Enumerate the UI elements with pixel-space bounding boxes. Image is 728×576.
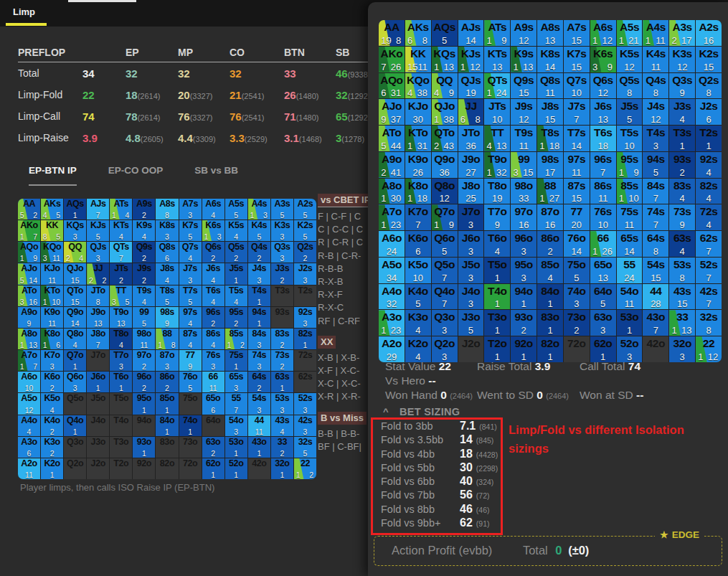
hand-cell-AJs[interactable]: AJs7: [87, 199, 109, 219]
hand-cell-76o[interactable]: 76o5: [179, 372, 202, 392]
hand-cell-KTo[interactable]: KTo110: [41, 285, 63, 306]
hand-cell-J3s[interactable]: J3s4: [669, 99, 695, 125]
hand-cell-J4o[interactable]: J4o3: [458, 284, 484, 310]
action-line-item[interactable]: B-B | B-B-: [318, 428, 368, 440]
range-tab-sb-vs-bb[interactable]: SB vs BB: [194, 165, 238, 184]
hand-cell-65o[interactable]: 65o6: [202, 393, 224, 414]
hand-cell-Q6o[interactable]: Q6o5: [432, 231, 458, 257]
hand-cell-54o[interactable]: 54o11: [617, 284, 643, 310]
hand-cell-J2o[interactable]: J2o: [87, 458, 109, 479]
hand-cell-66[interactable]: 66126: [590, 231, 616, 257]
hand-cell-82s[interactable]: 82s4: [696, 179, 722, 204]
hand-cell-98s[interactable]: 98s17: [537, 152, 563, 178]
stat-cell[interactable]: 76(2541): [230, 110, 284, 123]
hand-cell-85o[interactable]: 85o4: [537, 258, 563, 283]
range-tab-ep-btn-ip[interactable]: EP-BTN IP: [29, 165, 77, 186]
hand-cell-J6s[interactable]: J6s13: [590, 99, 616, 125]
hand-cell-75o[interactable]: 75o5: [564, 258, 590, 283]
hand-cell-K2s[interactable]: K2s5: [294, 220, 316, 241]
hand-cell-KTo[interactable]: KTo131: [405, 126, 431, 151]
hand-cell-Q4s[interactable]: Q4s2: [248, 242, 270, 263]
hand-cell-A4o[interactable]: A4o32: [379, 284, 405, 310]
hand-cell-84o[interactable]: 84o1: [537, 284, 563, 310]
action-group-xx[interactable]: XX: [318, 336, 336, 349]
hand-cell-A6o[interactable]: A6o24: [379, 231, 405, 257]
hand-cell-A4s[interactable]: A4s111: [643, 20, 668, 46]
hand-cell-J6s[interactable]: J6s4: [202, 263, 224, 284]
hand-cell-QTo[interactable]: QTo15: [64, 285, 86, 306]
hand-cell-Q5o[interactable]: Q5o7: [432, 258, 458, 283]
stat-cell[interactable]: 78(2614): [126, 110, 178, 123]
hand-cell-A6s[interactable]: A6s4: [202, 199, 224, 219]
hand-cell-93o[interactable]: 93o1: [133, 437, 155, 458]
hand-cell-A3s[interactable]: A3s217: [669, 20, 695, 46]
hand-cell-Q5o[interactable]: Q5o: [64, 393, 86, 414]
hand-cell-62o[interactable]: 62o1: [590, 336, 616, 362]
hand-cell-98s[interactable]: 98s9: [156, 307, 178, 328]
hand-cell-72o[interactable]: 72o: [564, 336, 590, 362]
hand-cell-Q3s[interactable]: Q3s9: [669, 73, 695, 99]
hand-cell-94o[interactable]: 94o: [133, 415, 155, 436]
hand-cell-AJo[interactable]: AJo514: [18, 263, 40, 284]
hand-cell-Q9o[interactable]: Q9o14: [64, 307, 86, 328]
hand-cell-44[interactable]: 4428: [643, 284, 668, 310]
hand-cell-74s[interactable]: 74s3: [248, 350, 270, 371]
hand-cell-85o[interactable]: 85o1: [156, 393, 178, 414]
hand-cell-ATo[interactable]: ATo316: [18, 285, 40, 306]
hand-cell-A7s[interactable]: A7s15: [564, 20, 590, 46]
hand-cell-93o[interactable]: 93o2: [511, 310, 536, 336]
action-line-item[interactable]: R | C-R | C: [318, 236, 368, 249]
hand-cell-K6s[interactable]: K6s39: [590, 47, 616, 72]
hand-cell-AQs[interactable]: AQs5: [432, 20, 458, 46]
hand-cell-K3o[interactable]: K3o4: [405, 310, 431, 336]
hand-cell-T7o[interactable]: T7o3: [110, 350, 132, 371]
hand-cell-88[interactable]: 8818: [156, 329, 178, 349]
hand-cell-J5s[interactable]: J5s5: [617, 99, 643, 125]
hand-cell-T3o[interactable]: T3o1: [484, 310, 510, 336]
hand-cell-K2s[interactable]: K2s15: [696, 47, 722, 72]
hand-cell-AJs[interactable]: AJs14: [458, 20, 484, 46]
hand-cell-65o[interactable]: 65o13: [590, 258, 616, 283]
hand-cell-32o[interactable]: 32o1: [271, 458, 293, 479]
hand-cell-64o[interactable]: 64o: [202, 415, 224, 436]
stat-cell[interactable]: 4.8(2605): [126, 132, 178, 144]
hand-cell-J4s[interactable]: J4s3: [248, 263, 270, 284]
hand-cell-63o[interactable]: 63o2: [202, 437, 224, 458]
hand-cell-97s[interactable]: 97s4: [179, 307, 202, 328]
hand-cell-87o[interactable]: 87o16: [537, 204, 563, 230]
col-btn[interactable]: BTN: [284, 47, 336, 58]
tab-limp[interactable]: Limp: [13, 6, 35, 17]
hand-cell-96o[interactable]: 96o2: [133, 372, 155, 392]
hand-cell-73s[interactable]: 73s2: [271, 350, 293, 371]
hand-cell-Q7s[interactable]: Q7s4: [179, 242, 202, 263]
hand-cell-Q6s[interactable]: Q6s12: [590, 73, 616, 99]
hand-cell-K5o[interactable]: K5o10: [405, 258, 431, 283]
hand-cell-T7o[interactable]: T7o9: [484, 204, 510, 230]
hand-cell-AQs[interactable]: AQs1: [64, 199, 86, 219]
hand-cell-A2o[interactable]: A2o11: [18, 458, 40, 479]
hand-cell-A9s[interactable]: A9s2: [133, 199, 155, 219]
hand-cell-Q3s[interactable]: Q3s3: [271, 242, 293, 263]
hand-cell-93s[interactable]: 93s2: [669, 152, 695, 178]
hand-cell-K6o[interactable]: K6o2: [41, 372, 63, 392]
hand-cell-QTs[interactable]: QTs124: [484, 73, 510, 99]
hand-cell-A8o[interactable]: A8o130: [379, 179, 405, 204]
action-line-item[interactable]: X-R | X-R-: [318, 390, 368, 403]
hand-cell-T3s[interactable]: T3s: [271, 285, 293, 306]
hand-cell-22[interactable]: 22112: [696, 336, 722, 362]
hand-cell-T6o[interactable]: T6o4: [484, 231, 510, 257]
hand-cell-95o[interactable]: 95o1: [133, 393, 155, 414]
hand-cell-Q8o[interactable]: Q8o4: [64, 329, 86, 349]
hand-cell-J8s[interactable]: J8s15: [537, 99, 563, 125]
hand-cell-A7o[interactable]: A7o123: [379, 204, 405, 230]
hand-cell-K9o[interactable]: K9o11: [41, 307, 63, 328]
hand-cell-T9s[interactable]: T9s4: [133, 285, 155, 306]
hand-cell-55[interactable]: 5524: [617, 258, 643, 283]
hand-cell-77[interactable]: 7720: [564, 204, 590, 230]
hand-cell-Q8s[interactable]: Q8s6: [156, 242, 178, 263]
hand-cell-T5o[interactable]: T5o: [110, 393, 132, 414]
hand-cell-J2o[interactable]: J2o: [458, 336, 484, 362]
hand-cell-86s[interactable]: 86s4: [202, 329, 224, 349]
hand-cell-J5s[interactable]: J5s1: [225, 263, 247, 284]
hand-cell-T4o[interactable]: T4o1: [484, 284, 510, 310]
